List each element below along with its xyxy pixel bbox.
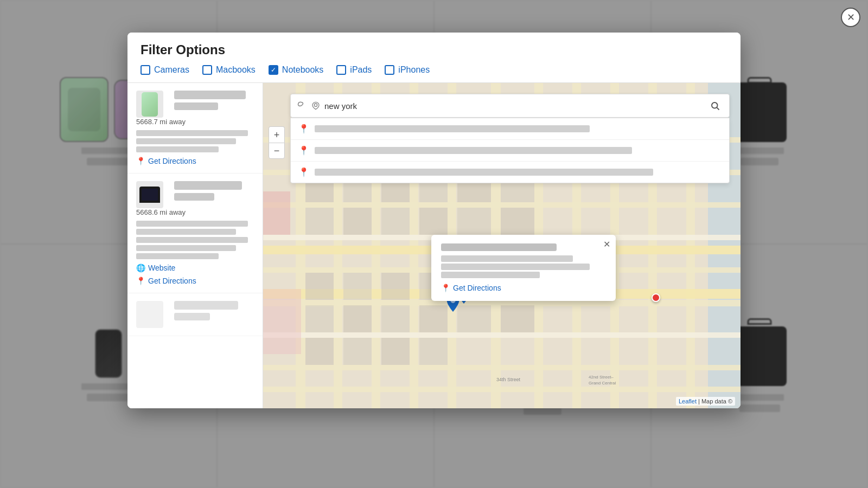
filter-item-notebooks[interactable]: Notebooks — [269, 65, 324, 75]
svg-rect-58 — [263, 289, 301, 354]
store-price-3 — [174, 313, 210, 320]
laptop-screen-mini — [142, 189, 158, 201]
store-addr-2c — [136, 237, 248, 243]
get-directions-label-2: Get Directions — [148, 277, 196, 285]
autocomplete-pin-3: 📍 — [298, 167, 309, 177]
filter-item-iphones[interactable]: iPhones — [385, 65, 430, 75]
map-attribution: Leaflet | Map data © — [676, 397, 735, 406]
modal-header: Filter Options Cameras Macbooks Notebook… — [127, 33, 741, 83]
svg-rect-54 — [343, 338, 372, 365]
svg-rect-36 — [343, 208, 372, 235]
website-label-2: Website — [148, 264, 175, 272]
macbooks-label: Macbooks — [216, 65, 256, 75]
store-card-1: 5668.7 mi away 📍 Get Directions — [127, 83, 263, 174]
modal-body: 5668.7 mi away 📍 Get Directions — [127, 83, 741, 408]
store-price-1-blurred — [174, 102, 218, 110]
svg-rect-14 — [263, 202, 741, 208]
popup-addr-2 — [441, 264, 590, 270]
svg-rect-38 — [419, 208, 448, 235]
svg-rect-42 — [343, 273, 372, 300]
svg-rect-49 — [381, 305, 410, 332]
notebooks-label: Notebooks — [282, 65, 324, 75]
map-zoom-controls: + − — [269, 126, 285, 159]
get-directions-btn-1[interactable]: 📍 Get Directions — [136, 157, 254, 165]
zoom-in-button[interactable]: + — [269, 126, 285, 143]
zoom-out-button[interactable]: − — [269, 143, 285, 159]
svg-rect-57 — [263, 191, 290, 235]
store-info-3 — [174, 301, 254, 324]
zoom-out-icon: − — [274, 146, 280, 156]
get-directions-btn-2[interactable]: 📍 Get Directions — [136, 277, 254, 285]
filter-item-ipads[interactable]: iPads — [336, 65, 372, 75]
directions-icon-1: 📍 — [136, 157, 145, 165]
store-addr-2e — [136, 253, 219, 259]
store-name-3 — [174, 301, 238, 310]
store-info-1 — [174, 91, 254, 113]
svg-rect-51 — [457, 305, 491, 332]
modal-title: Filter Options — [141, 42, 727, 57]
cameras-checkbox[interactable] — [141, 65, 150, 75]
popup-get-directions-btn[interactable]: 📍 Get Directions — [441, 284, 606, 292]
filter-item-macbooks[interactable]: Macbooks — [202, 65, 256, 75]
svg-rect-56 — [419, 338, 448, 365]
store-product-img-1 — [136, 91, 163, 118]
svg-rect-41 — [305, 273, 334, 300]
autocomplete-item-3[interactable]: 📍 — [291, 162, 729, 183]
phone-mini — [142, 92, 158, 117]
svg-text:Grand Central: Grand Central — [589, 381, 616, 386]
autocomplete-text-2 — [315, 147, 632, 154]
notebooks-checkbox[interactable] — [269, 65, 278, 75]
iphones-label: iPhones — [398, 65, 430, 75]
svg-rect-40 — [501, 208, 534, 235]
ipads-checkbox[interactable] — [336, 65, 346, 75]
autocomplete-item-2[interactable]: 📍 — [291, 140, 729, 162]
leaflet-link[interactable]: Leaflet — [679, 398, 697, 404]
modal-overlay: Filter Options Cameras Macbooks Notebook… — [0, 0, 868, 488]
ipads-label: iPads — [350, 65, 372, 75]
filter-map-modal: Filter Options Cameras Macbooks Notebook… — [127, 33, 741, 408]
popup-addr-1 — [441, 255, 573, 262]
website-btn-2[interactable]: 🌐 Website — [136, 264, 254, 272]
store-addr-2b — [136, 229, 236, 235]
store-addr-2d — [136, 245, 236, 251]
svg-rect-53 — [305, 338, 334, 365]
svg-rect-18 — [263, 332, 741, 338]
store-product-img-3 — [136, 301, 163, 328]
map-search-bar — [290, 94, 730, 118]
svg-rect-19 — [263, 365, 741, 370]
autocomplete-item-1[interactable]: 📍 — [291, 118, 729, 140]
svg-rect-37 — [381, 208, 410, 235]
svg-rect-48 — [343, 305, 372, 332]
map-search-submit-button[interactable] — [707, 98, 723, 113]
macbooks-checkbox[interactable] — [202, 65, 212, 75]
zoom-in-icon: + — [274, 130, 280, 140]
map-search-rotate-icon — [297, 101, 307, 111]
store-addr-2a — [136, 221, 248, 227]
popup-directions-icon: 📍 — [441, 284, 450, 292]
store-addr-1b — [136, 138, 236, 144]
store-name-2-blurred — [174, 181, 242, 190]
svg-rect-39 — [457, 208, 491, 235]
map-popup: ✕ 📍 Get Directions — [431, 235, 616, 301]
svg-rect-43 — [381, 273, 410, 300]
svg-text:42nd Street–: 42nd Street– — [589, 375, 614, 380]
filter-item-cameras[interactable]: Cameras — [141, 65, 189, 75]
directions-icon-2: 📍 — [136, 277, 145, 285]
svg-rect-35 — [305, 208, 334, 235]
store-name-1-blurred — [174, 91, 246, 99]
popup-addr-3 — [441, 272, 540, 278]
store-card-2: 5668.6 mi away 🌐 Website 📍 Get Direction… — [127, 174, 263, 293]
autocomplete-text-1 — [315, 125, 590, 132]
popup-close-button[interactable]: ✕ — [603, 239, 610, 249]
svg-rect-20 — [263, 387, 741, 392]
svg-rect-55 — [381, 338, 410, 365]
autocomplete-text-3 — [315, 169, 653, 176]
autocomplete-dropdown: 📍 📍 📍 — [290, 118, 730, 183]
svg-rect-50 — [419, 305, 448, 332]
svg-rect-47 — [305, 305, 334, 332]
popup-directions-label: Get Directions — [453, 284, 501, 292]
iphones-checkbox[interactable] — [385, 65, 394, 75]
store-distance-2: 5668.6 mi away — [136, 208, 254, 216]
map-search-input[interactable] — [324, 101, 707, 111]
map-background[interactable]: 5th Avenue Midtown East 53rd Street Midt… — [263, 83, 741, 408]
